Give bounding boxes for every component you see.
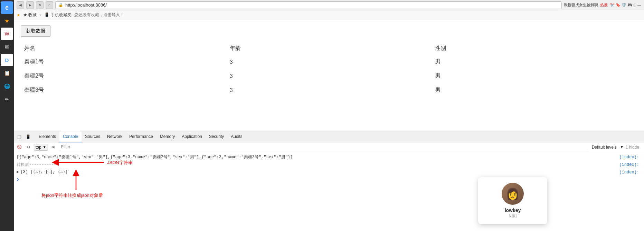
devtools-output: [{"age":3,"name":"秦疆1号","sex":"男"},{"age…	[14, 152, 644, 231]
source-ref-1[interactable]: (index):	[617, 154, 641, 160]
search-text: 教授骚扰女生被解聘	[564, 2, 598, 8]
forward-button[interactable]: ▶	[26, 1, 34, 9]
table-cell-0-2: 男	[432, 55, 637, 69]
bookmark-star-icon: ★	[17, 13, 20, 18]
table-cell-1-0: 秦疆2号	[21, 69, 226, 83]
bookmarks-bar: ★ ★ 收藏 ▾ 📱 手机收藏夹 您还没有收藏，点击导入！	[14, 10, 644, 20]
table-cell-1-2: 男	[432, 69, 637, 83]
hidden-count: 1 hidde	[626, 145, 642, 150]
import-msg: 您还没有收藏，点击导入！	[74, 12, 124, 18]
output-line-1: [{"age":3,"name":"秦疆1号","sex":"男"},{"age…	[17, 153, 641, 161]
devtools-toolbar: 🚫 ⊘ top ▼ 👁 Default levels ▼ 1 hidde	[14, 142, 644, 152]
bookmark-label[interactable]: ★ 收藏	[23, 12, 37, 18]
table-cell-2-0: 秦疆3号	[21, 83, 226, 97]
devtools-tab-security[interactable]: Security	[206, 131, 227, 142]
context-dropdown-icon: ▼	[43, 145, 46, 149]
devtools-tab-performance[interactable]: Performance	[126, 131, 157, 142]
table-row: 秦疆3号3男	[21, 83, 637, 97]
back-button[interactable]: ◀	[17, 1, 24, 9]
col-header-age: 年龄	[226, 42, 432, 55]
browser-actions: 教授骚扰女生被解聘 热搜 ✂️ 🔖 🛡️ 🎮 ⊞ —	[564, 2, 641, 8]
hot-badge: 热搜	[600, 2, 608, 8]
context-value: top	[36, 145, 41, 150]
refresh-button[interactable]: ↻	[36, 1, 44, 9]
col-header-gender: 性别	[432, 42, 637, 55]
output-text-2: 转换后-----------	[17, 162, 617, 168]
annotation-convert-text: 将json字符串转换成json对象后	[41, 193, 103, 198]
table-cell-2-1: 3	[226, 83, 432, 97]
table-cell-0-1: 3	[226, 55, 432, 69]
devtools-tab-audits[interactable]: Audits	[227, 131, 246, 142]
inspect-element-button[interactable]: ⬚	[15, 133, 23, 141]
nav-bar: ◀ ▶ ↻ ⌂ 🔒 http://localhost:8086/ 教授骚扰女生被…	[14, 0, 644, 10]
table-row: 秦疆2号3男	[21, 69, 637, 83]
dropdown-arrow-icon: ▼	[620, 145, 624, 149]
source-ref-3[interactable]: (index):	[617, 169, 641, 175]
output-line-2: 转换后----------- (index):	[17, 161, 641, 169]
sidebar-icon-globe[interactable]: 🌐	[1, 80, 13, 92]
sidebar-icon-weibo[interactable]: W	[1, 28, 13, 40]
url-text: http://localhost:8086/	[65, 2, 107, 8]
device-toolbar-button[interactable]: 📱	[24, 133, 32, 141]
output-text-3: (3) [{…}, {…}, {…}]	[20, 170, 68, 174]
get-data-button[interactable]: 获取数据	[21, 26, 50, 37]
blue-arrow-line: ❯	[17, 177, 641, 182]
sidebar-icon-browser[interactable]: e	[1, 1, 13, 14]
devtools-tab-sources[interactable]: Sources	[82, 131, 104, 142]
output-line-3: ▶ (3) [{…}, {…}, {…}] (index):	[17, 169, 641, 176]
tabs-container: ElementsConsoleSourcesNetworkPerformance…	[35, 131, 246, 142]
clear-console-button[interactable]: 🚫	[16, 144, 23, 151]
table-header-row: 姓名 年龄 性别	[21, 42, 637, 55]
filter-input[interactable]	[59, 144, 588, 150]
sidebar-icon-mail[interactable]: ✉	[1, 41, 13, 53]
bookmark-separator: ▾	[39, 13, 41, 18]
extensions-area: ✂️ 🔖 🛡️ 🎮 ⊞ —	[610, 3, 641, 7]
table-cell-0-0: 秦疆1号	[21, 55, 226, 69]
browser-chrome: ◀ ▶ ↻ ⌂ 🔒 http://localhost:8086/ 教授骚扰女生被…	[14, 0, 644, 20]
col-header-name: 姓名	[21, 42, 226, 55]
sidebar-icon-edit[interactable]: ✏	[1, 93, 13, 106]
expand-arrow-icon: ▶	[17, 169, 19, 174]
address-bar[interactable]: 🔒 http://localhost:8086/	[55, 1, 562, 9]
devtools-tab-icons: ⬚ 📱	[15, 133, 32, 141]
page-content: 获取数据 姓名 年龄 性别 秦疆1号3男秦疆2号3男秦疆3号3男	[14, 20, 644, 131]
data-table: 姓名 年龄 性别 秦疆1号3男秦疆2号3男秦疆3号3男	[21, 42, 637, 97]
blue-chevron-icon: ❯	[17, 177, 19, 182]
source-ref-2[interactable]: (index):	[617, 162, 641, 168]
sidebar-icon-d[interactable]: D	[1, 54, 13, 66]
devtools-tab-network[interactable]: Network	[104, 131, 126, 142]
sidebar-icon-clipboard[interactable]: 📋	[1, 67, 13, 79]
profile-name: lowkey	[484, 208, 542, 213]
table-cell-2-2: 男	[432, 83, 637, 97]
filter-toggle-button[interactable]: ⊘	[25, 144, 32, 151]
context-selector[interactable]: top ▼	[34, 144, 48, 151]
devtools-tabs: ⬚ 📱 ElementsConsoleSourcesNetworkPerform…	[14, 131, 644, 142]
devtools-tab-elements[interactable]: Elements	[35, 131, 59, 142]
table-row: 秦疆1号3男	[21, 55, 637, 69]
profile-handle: NIKI	[484, 214, 542, 219]
eye-icon-button[interactable]: 👁	[50, 144, 57, 151]
avatar: 👩	[502, 183, 524, 205]
default-levels[interactable]: Default levels	[590, 145, 618, 150]
devtools-tab-console[interactable]: Console	[59, 131, 82, 142]
profile-popup: 👩 lowkey NIKI	[478, 177, 547, 224]
expandable-output[interactable]: ▶ (3) [{…}, {…}, {…}]	[17, 169, 68, 174]
table-cell-1-1: 3	[226, 69, 432, 83]
output-text-1: [{"age":3,"name":"秦疆1号","sex":"男"},{"age…	[17, 154, 617, 160]
devtools-panel: ⬚ 📱 ElementsConsoleSourcesNetworkPerform…	[14, 131, 644, 231]
main-wrapper: ◀ ▶ ↻ ⌂ 🔒 http://localhost:8086/ 教授骚扰女生被…	[14, 0, 644, 231]
mobile-bookmarks[interactable]: 📱 手机收藏夹	[44, 12, 71, 18]
sidebar-icon-star[interactable]: ★	[1, 14, 13, 27]
sidebar: e ★ W ✉ D 📋 🌐 ✏	[0, 0, 14, 231]
devtools-tab-memory[interactable]: Memory	[157, 131, 178, 142]
home-button[interactable]: ⌂	[46, 1, 53, 9]
devtools-tab-application[interactable]: Application	[178, 131, 206, 142]
security-icon: 🔒	[58, 3, 63, 7]
